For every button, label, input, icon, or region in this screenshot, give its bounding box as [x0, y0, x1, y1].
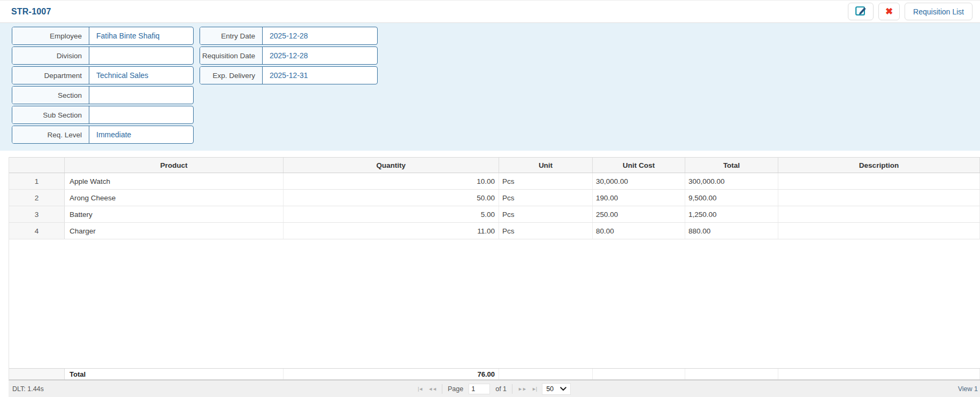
total-row-blank — [499, 369, 593, 379]
row-number: 2 — [9, 190, 65, 206]
requisition-date-label: Requisition Date — [200, 47, 263, 64]
col-header-total[interactable]: Total — [685, 158, 778, 173]
requisition-info-panel: Employee Fatiha Binte Shafiq Division De… — [0, 23, 980, 151]
product-cell: Charger — [65, 223, 284, 239]
product-cell: Apple Watch — [65, 173, 284, 189]
req-level-value: Immediate — [89, 126, 193, 143]
unit-cell: Pcs — [499, 190, 593, 206]
department-value: Technical Sales — [89, 67, 193, 84]
exp-delivery-label: Exp. Delivery — [200, 67, 263, 84]
table-row[interactable]: 4 Charger 11.00 Pcs 80.00 880.00 — [9, 223, 980, 239]
req-level-field: Req. Level Immediate — [12, 126, 194, 144]
sub-section-value — [89, 106, 193, 123]
row-number: 3 — [9, 206, 65, 222]
unit-cell: Pcs — [499, 206, 593, 222]
col-header-sl[interactable] — [9, 158, 65, 173]
product-cell: Arong Cheese — [65, 190, 284, 206]
quantity-cell: 10.00 — [284, 173, 499, 189]
close-x-icon: ✖ — [885, 7, 893, 16]
employee-field: Employee Fatiha Binte Shafiq — [12, 27, 194, 45]
prev-page-icon[interactable]: ◄◄ — [428, 386, 437, 392]
exp-delivery-field: Exp. Delivery 2025-12-31 — [200, 66, 378, 84]
unit-cell: Pcs — [499, 223, 593, 239]
last-page-icon[interactable]: ►| — [532, 386, 537, 392]
department-field: Department Technical Sales — [12, 66, 194, 84]
exp-delivery-value: 2025-12-31 — [263, 67, 377, 84]
product-cell: Battery — [65, 206, 284, 222]
pager-divider — [442, 384, 442, 394]
req-level-label: Req. Level — [12, 126, 89, 143]
total-cell: 880.00 — [685, 223, 778, 239]
employee-label: Employee — [12, 27, 89, 44]
section-field: Section — [12, 86, 194, 104]
unit-cost-cell: 250.00 — [593, 206, 685, 222]
division-value — [89, 47, 193, 64]
pager-controls: |◄ ◄◄ Page of 1 ►► ►| 50 — [418, 383, 571, 395]
unit-cell: Pcs — [499, 173, 593, 189]
total-row-blank — [778, 369, 980, 379]
entry-date-label: Entry Date — [200, 27, 263, 44]
grid-empty-area — [9, 239, 980, 368]
col-header-description[interactable]: Description — [778, 158, 980, 173]
division-field: Division — [12, 46, 194, 65]
page-size-select[interactable]: 50 — [542, 383, 571, 395]
quantity-cell: 11.00 — [284, 223, 499, 239]
page-number-input[interactable] — [469, 384, 490, 394]
view-records-text: View 1 — [958, 385, 978, 393]
chevron-down-icon — [560, 385, 566, 393]
sub-section-field: Sub Section — [12, 106, 194, 124]
section-label: Section — [12, 87, 89, 104]
page-size-value: 50 — [546, 385, 554, 393]
requisition-date-value: 2025-12-28 — [263, 47, 377, 64]
total-cell: 300,000.00 — [685, 173, 778, 189]
top-bar: STR-1007 ✖ Requisition List — [0, 1, 980, 23]
section-value — [89, 87, 193, 104]
unit-cost-cell: 30,000.00 — [593, 173, 685, 189]
items-grid: Product Quantity Unit Unit Cost Total De… — [9, 157, 980, 380]
quantity-cell: 50.00 — [284, 190, 499, 206]
department-label: Department — [12, 67, 89, 84]
unit-cost-cell: 80.00 — [593, 223, 685, 239]
grid-pager-bar: DLT: 1.44s |◄ ◄◄ Page of 1 ►► ►| 50 View… — [9, 380, 980, 397]
first-page-icon[interactable]: |◄ — [418, 386, 423, 392]
description-cell — [778, 173, 980, 189]
col-header-quantity[interactable]: Quantity — [284, 158, 499, 173]
requisition-list-label: Requisition List — [913, 7, 964, 16]
quantity-cell: 5.00 — [284, 206, 499, 222]
total-quantity-value: 76.00 — [284, 369, 499, 379]
table-row[interactable]: 2 Arong Cheese 50.00 Pcs 190.00 9,500.00 — [9, 190, 980, 206]
table-row[interactable]: 3 Battery 5.00 Pcs 250.00 1,250.00 — [9, 206, 980, 223]
description-cell — [778, 190, 980, 206]
left-field-column: Employee Fatiha Binte Shafiq Division De… — [12, 27, 194, 144]
pager-divider — [512, 384, 512, 394]
entry-date-field: Entry Date 2025-12-28 — [200, 27, 378, 45]
col-header-product[interactable]: Product — [65, 158, 284, 173]
load-time-text: DLT: 1.44s — [12, 385, 44, 393]
page-label: Page — [448, 385, 463, 393]
edit-button[interactable] — [848, 3, 874, 20]
requisition-detail-page: STR-1007 ✖ Requisition List Employe — [0, 0, 980, 397]
col-header-unit-cost[interactable]: Unit Cost — [593, 158, 685, 173]
col-header-unit[interactable]: Unit — [499, 158, 593, 173]
close-button[interactable]: ✖ — [878, 3, 900, 20]
division-label: Division — [12, 47, 89, 64]
requisition-list-button[interactable]: Requisition List — [905, 3, 973, 20]
total-cell: 9,500.00 — [685, 190, 778, 206]
requisition-date-field: Requisition Date 2025-12-28 — [200, 46, 378, 65]
edit-pencil-icon — [855, 5, 867, 18]
next-page-icon[interactable]: ►► — [518, 386, 526, 392]
description-cell — [778, 206, 980, 222]
total-row-blank — [593, 369, 685, 379]
employee-value: Fatiha Binte Shafiq — [89, 27, 193, 44]
total-cell: 1,250.00 — [685, 206, 778, 222]
description-cell — [778, 223, 980, 239]
row-number: 1 — [9, 173, 65, 189]
unit-cost-cell: 190.00 — [593, 190, 685, 206]
page-of-label: of 1 — [495, 385, 507, 393]
total-row-blank — [9, 369, 65, 379]
row-number: 4 — [9, 223, 65, 239]
total-row-blank — [685, 369, 778, 379]
total-row-label: Total — [65, 369, 284, 379]
page-title: STR-1007 — [11, 7, 51, 17]
table-row[interactable]: 1 Apple Watch 10.00 Pcs 30,000.00 300,00… — [9, 173, 980, 190]
